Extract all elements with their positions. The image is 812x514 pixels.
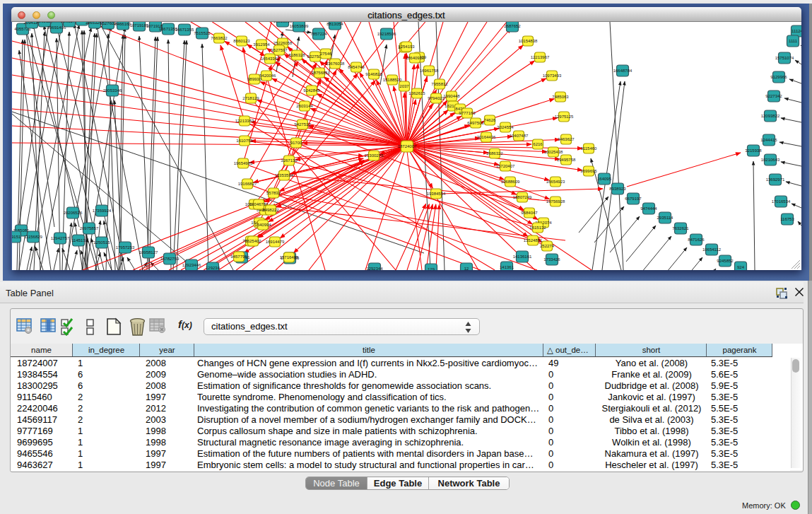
svg-text:1990448: 1990448 — [443, 94, 460, 98]
svg-text:6216: 6216 — [533, 142, 543, 146]
svg-text:6679197: 6679197 — [625, 197, 642, 201]
svg-text:9427512: 9427512 — [294, 122, 311, 127]
svg-text:9699695: 9699695 — [580, 169, 597, 173]
svg-text:12213967: 12213967 — [531, 55, 550, 59]
svg-text:8813054: 8813054 — [326, 22, 343, 26]
svg-text:3267130: 3267130 — [281, 158, 298, 163]
svg-text:2037: 2037 — [399, 84, 409, 88]
svg-text:6497503: 6497503 — [467, 121, 484, 125]
svg-text:2603144: 2603144 — [296, 104, 313, 108]
svg-text:1610755: 1610755 — [236, 139, 253, 143]
svg-text:16914479: 16914479 — [266, 240, 285, 244]
svg-text:252274: 252274 — [540, 244, 555, 248]
svg-text:17359924: 17359924 — [93, 209, 112, 213]
svg-text:13692971: 13692971 — [766, 177, 785, 182]
svg-text:7955812: 7955812 — [431, 82, 448, 86]
svg-text:18724007: 18724007 — [398, 144, 417, 148]
svg-text:557832: 557832 — [266, 191, 281, 195]
svg-text:20164436: 20164436 — [477, 135, 496, 139]
svg-text:2718129: 2718129 — [242, 96, 259, 100]
svg-text:20975857: 20975857 — [80, 226, 99, 230]
svg-text:7625402: 7625402 — [245, 239, 261, 243]
svg-text:74626: 74626 — [484, 118, 496, 122]
svg-text:129: 129 — [428, 267, 435, 270]
svg-text:11353594: 11353594 — [275, 173, 294, 177]
svg-text:3875685: 3875685 — [311, 71, 328, 75]
svg-text:12975125: 12975125 — [555, 115, 574, 119]
svg-text:9227342: 9227342 — [765, 94, 782, 98]
svg-text:19654985: 19654985 — [234, 161, 253, 165]
svg-text:12923446: 12923446 — [182, 263, 201, 267]
svg-text:17016534: 17016534 — [772, 199, 791, 204]
svg-text:15188520: 15188520 — [383, 78, 402, 82]
svg-text:15716485: 15716485 — [280, 255, 299, 259]
svg-text:25226058: 25226058 — [273, 41, 293, 45]
svg-text:1254193: 1254193 — [398, 45, 415, 49]
svg-text:8498222: 8498222 — [262, 208, 279, 212]
svg-text:14136161: 14136161 — [513, 255, 532, 259]
svg-text:10407487: 10407487 — [510, 134, 529, 138]
svg-text:16782759: 16782759 — [160, 257, 180, 261]
svg-text:2686322: 2686322 — [486, 151, 503, 156]
svg-text:8471626: 8471626 — [688, 238, 705, 242]
svg-text:19384554: 19384554 — [427, 192, 446, 196]
svg-text:9527597: 9527597 — [271, 48, 288, 52]
svg-text:10154838: 10154838 — [519, 39, 538, 43]
svg-text:3912954: 3912954 — [253, 42, 270, 47]
svg-text:10973493: 10973493 — [543, 74, 562, 78]
svg-text:9463627: 9463627 — [558, 137, 575, 141]
svg-text:13495758: 13495758 — [557, 158, 576, 162]
svg-text:7485063: 7485063 — [552, 95, 569, 99]
svg-text:11124: 11124 — [792, 29, 801, 33]
svg-text:7632621: 7632621 — [672, 226, 689, 230]
svg-text:19166827: 19166827 — [238, 182, 257, 186]
svg-text:16053809: 16053809 — [290, 24, 309, 28]
svg-text:8454749: 8454749 — [348, 65, 365, 69]
svg-text:7663822: 7663822 — [211, 36, 228, 40]
svg-text:10958127: 10958127 — [139, 250, 158, 255]
svg-text:18640910: 18640910 — [406, 56, 425, 60]
svg-text:1733426: 1733426 — [543, 257, 560, 262]
svg-text:27546: 27546 — [320, 52, 332, 56]
svg-text:91700: 91700 — [290, 141, 302, 145]
svg-text:9684047: 9684047 — [521, 211, 538, 215]
svg-text:2935114: 2935114 — [657, 216, 674, 220]
svg-text:141361: 141361 — [500, 265, 514, 269]
svg-text:9245852: 9245852 — [717, 259, 734, 263]
svg-text:10210643: 10210643 — [761, 158, 780, 162]
svg-text:10688609: 10688609 — [501, 180, 520, 184]
svg-text:9794023: 9794023 — [428, 96, 445, 100]
svg-text:2687652: 2687652 — [504, 24, 521, 28]
svg-text:19756928: 19756928 — [546, 199, 565, 204]
svg-text:7515521: 7515521 — [194, 31, 211, 35]
svg-text:16543362: 16543362 — [261, 57, 280, 61]
svg-text:7857224: 7857224 — [310, 32, 327, 36]
svg-text:23676038: 23676038 — [326, 62, 345, 66]
svg-text:9129966: 9129966 — [770, 75, 787, 79]
svg-text:924: 924 — [737, 265, 745, 269]
svg-text:17957253: 17957253 — [116, 245, 135, 250]
svg-text:8186328: 8186328 — [288, 53, 305, 57]
svg-text:9474444: 9474444 — [640, 206, 657, 211]
svg-text:15751074: 15751074 — [775, 56, 794, 60]
svg-text:9457791: 9457791 — [230, 255, 247, 259]
svg-text:16961758: 16961758 — [420, 69, 439, 73]
svg-text:20053346: 20053346 — [103, 88, 122, 93]
svg-text:13524851: 13524851 — [524, 238, 543, 243]
svg-text:16648784: 16648784 — [613, 69, 632, 73]
svg-text:1362615: 1362615 — [408, 91, 425, 95]
svg-text:18807249: 18807249 — [513, 195, 532, 199]
svg-text:16654923: 16654923 — [546, 180, 565, 184]
svg-text:21300275: 21300275 — [365, 153, 384, 158]
svg-text:1250515: 1250515 — [93, 240, 110, 245]
svg-text:1111: 1111 — [789, 39, 798, 43]
svg-text:989930: 989930 — [247, 77, 262, 81]
svg-text:3024554: 3024554 — [497, 125, 514, 129]
svg-text:10025438: 10025438 — [544, 150, 563, 154]
svg-text:1540994: 1540994 — [254, 223, 271, 227]
svg-text:8660123: 8660123 — [233, 39, 250, 43]
svg-text:11156829: 11156829 — [24, 235, 42, 239]
svg-text:1861279: 1861279 — [61, 22, 78, 23]
svg-text:9777169: 9777169 — [459, 111, 476, 115]
svg-text:114513: 114513 — [71, 238, 86, 243]
